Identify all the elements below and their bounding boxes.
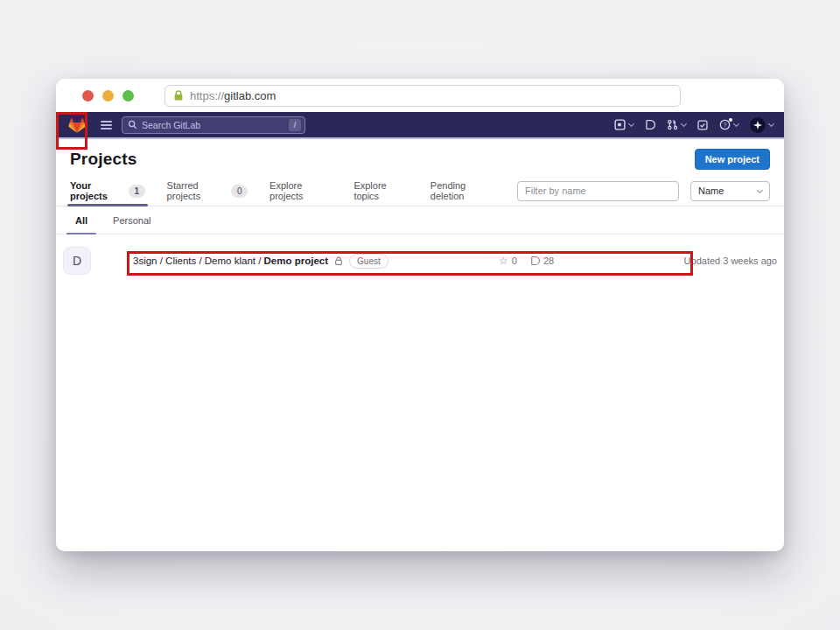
address-bar[interactable]: https://gitlab.com [164, 85, 681, 107]
subtab-label: All [75, 215, 88, 226]
filter-by-name-input[interactable] [517, 181, 679, 201]
sort-selected-value: Name [698, 186, 724, 196]
tab-label: Starred projects [167, 180, 227, 201]
traffic-lights [82, 90, 134, 102]
annotation-box-logo [56, 112, 88, 150]
tab-label: Explore topics [354, 180, 408, 201]
merge-requests-dropdown-button[interactable] [667, 119, 686, 130]
page-title: Projects [70, 150, 137, 169]
tab-starred-projects[interactable]: Starred projects 0 [167, 176, 248, 206]
subtab-label: Personal [113, 215, 150, 226]
annotation-box-project-row [127, 251, 693, 276]
menu-hamburger-button[interactable] [101, 121, 112, 130]
issues-icon [645, 119, 655, 130]
desktop-background: https://gitlab.com [0, 0, 840, 630]
count-badge: 0 [231, 185, 248, 198]
page-header: Projects New project [56, 139, 784, 176]
todos-button[interactable] [697, 120, 708, 130]
projects-dropdown-icon [614, 119, 626, 130]
browser-window: https://gitlab.com [56, 79, 784, 551]
projects-dropdown-button[interactable] [614, 119, 634, 130]
navbar-right-icons: ? [614, 117, 774, 133]
user-avatar [750, 117, 766, 133]
gitlab-navbar: Search GitLab / [56, 112, 784, 139]
browser-chrome: https://gitlab.com [56, 79, 784, 112]
url-text: https://gitlab.com [190, 89, 276, 102]
ssl-lock-icon [173, 90, 184, 102]
global-search-input[interactable]: Search GitLab / [122, 116, 305, 134]
new-project-button[interactable]: New project [695, 149, 770, 170]
user-menu-button[interactable] [750, 117, 774, 133]
chevron-down-icon [681, 121, 687, 127]
tab-label: Your projects [70, 180, 123, 201]
last-updated-text: Updated 3 weeks ago [684, 247, 777, 275]
tab-label: Explore projects [270, 180, 332, 201]
tab-pending-deletion[interactable]: Pending deletion [430, 176, 495, 206]
help-dropdown-button[interactable]: ? [719, 119, 738, 130]
search-placeholder: Search GitLab [142, 120, 200, 130]
chevron-down-icon [768, 121, 774, 127]
projects-tabs: Your projects 1 Starred projects 0 Explo… [56, 176, 784, 206]
url-scheme: https:// [190, 89, 224, 102]
filter-controls: Name [517, 181, 770, 201]
count-badge: 1 [129, 185, 145, 198]
minimize-window-button[interactable] [102, 90, 114, 102]
sort-dropdown[interactable]: Name [690, 181, 770, 201]
projects-page: Projects New project Your projects 1 Sta… [56, 139, 784, 550]
issues-button[interactable] [645, 119, 655, 130]
tab-explore-projects[interactable]: Explore projects [270, 176, 332, 206]
avatar-letter: D [73, 254, 81, 268]
subtab-personal[interactable]: Personal [108, 206, 156, 234]
search-shortcut-key: / [289, 119, 301, 131]
search-icon [128, 120, 137, 130]
chevron-down-icon [733, 121, 739, 127]
tab-explore-topics[interactable]: Explore topics [354, 176, 408, 206]
help-icon: ? [719, 119, 731, 130]
url-host: gitlab.com [224, 89, 276, 102]
svg-text:?: ? [724, 122, 727, 128]
todo-check-icon [697, 120, 708, 130]
close-window-button[interactable] [82, 90, 94, 102]
merge-request-icon [667, 119, 678, 130]
tab-label: Pending deletion [430, 180, 495, 201]
zoom-window-button[interactable] [122, 90, 134, 102]
subtab-all[interactable]: All [70, 206, 93, 234]
notification-dot [729, 118, 732, 122]
chevron-down-icon [757, 186, 763, 192]
chevron-down-icon [628, 121, 634, 127]
scope-subtabs: All Personal [56, 206, 784, 234]
tab-your-projects[interactable]: Your projects 1 [70, 176, 145, 206]
project-avatar[interactable]: D [63, 247, 91, 275]
